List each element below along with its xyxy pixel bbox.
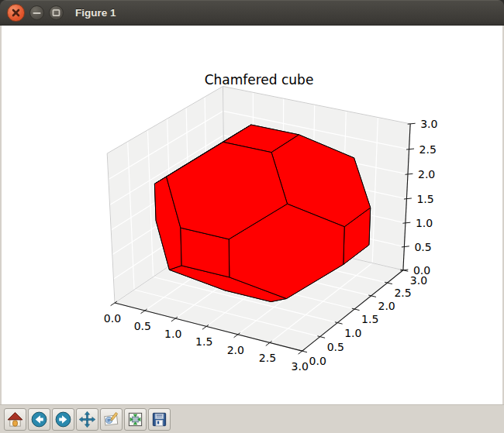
zoom-button[interactable]	[100, 408, 123, 431]
x-axis-tick-label: 0.5	[134, 320, 151, 332]
y-axis-tick-label: 2.0	[378, 300, 395, 312]
x-axis-tick-label: 0.0	[104, 312, 121, 325]
floppy-disk-icon	[150, 411, 168, 428]
configure-subplots-button[interactable]	[124, 408, 147, 431]
minimize-icon	[30, 6, 43, 19]
z-axis-tick-label: 3.0	[420, 118, 437, 130]
y-axis-tick-label: 0.0	[309, 355, 326, 367]
x-axis-tick-label: 1.0	[164, 328, 181, 340]
figure-window: Figure 1 0.00.51.01.52.02.53.00.00.51.01…	[0, 0, 504, 433]
fullscreen-arrows-icon	[126, 411, 144, 428]
titlebar[interactable]: Figure 1	[0, 0, 504, 26]
minimize-button[interactable]	[29, 5, 44, 20]
z-axis-tick-label: 2.0	[418, 168, 435, 180]
y-axis-tick-label: 0.5	[327, 341, 344, 353]
back-button[interactable]	[28, 408, 50, 431]
z-axis-tick-label: 0.0	[413, 264, 430, 277]
y-axis-tick-label: 1.5	[361, 313, 378, 325]
forward-button[interactable]	[52, 408, 74, 431]
close-x-icon	[8, 5, 24, 21]
home-button[interactable]	[4, 408, 26, 431]
y-axis-tick-label: 1.0	[344, 327, 361, 339]
chart-title: Chamfered cube	[205, 72, 314, 88]
window-controls	[7, 4, 66, 22]
forward-arrow-icon	[54, 411, 72, 428]
z-axis-tick-label: 1.5	[416, 193, 433, 205]
plot-area-3d: 0.00.51.01.52.02.53.00.00.51.01.52.02.53…	[0, 26, 504, 404]
x-axis-tick-label: 3.0	[292, 360, 309, 373]
pan-button[interactable]	[76, 408, 98, 431]
pan-arrows-icon	[78, 411, 96, 428]
maximize-button[interactable]	[49, 5, 64, 20]
x-axis-tick-label: 1.5	[195, 335, 212, 348]
navigation-toolbar	[0, 404, 504, 433]
x-axis-tick-label: 2.5	[259, 352, 276, 364]
maximize-icon	[50, 6, 63, 19]
save-button[interactable]	[148, 408, 171, 431]
z-axis-tick-label: 1.0	[416, 217, 433, 229]
paper-pencil-icon	[102, 411, 120, 428]
figure-canvas[interactable]: 0.00.51.01.52.02.53.00.00.51.01.52.02.53…	[0, 26, 504, 404]
z-axis-tick-label: 2.5	[419, 143, 437, 156]
z-axis-tick-label: 0.5	[414, 241, 431, 253]
home-icon	[6, 411, 24, 428]
window-title: Figure 1	[75, 7, 116, 19]
x-axis-tick-label: 2.0	[227, 344, 244, 356]
close-button[interactable]	[7, 4, 25, 22]
back-arrow-icon	[30, 411, 48, 428]
y-axis-tick-label: 2.5	[394, 287, 411, 299]
